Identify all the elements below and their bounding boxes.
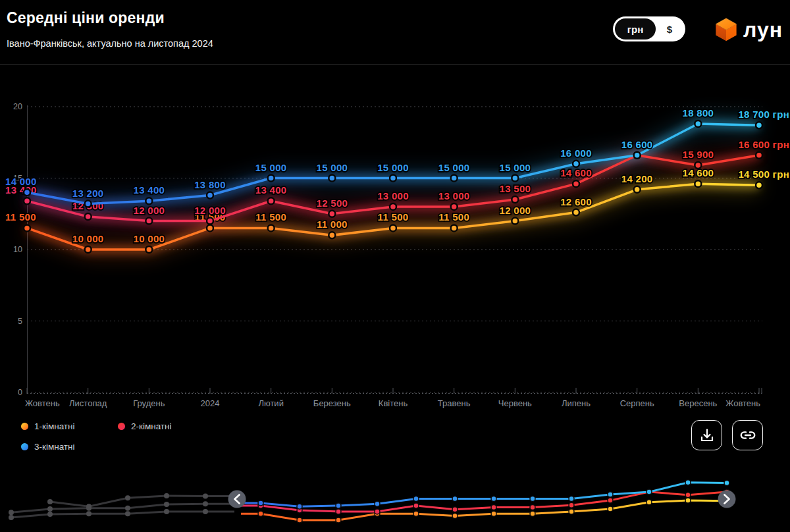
data-point[interactable] — [268, 225, 275, 231]
legend-item-2-room[interactable]: 2-кімнатні — [118, 421, 172, 431]
point-label: 12 600 — [560, 196, 592, 207]
minimap-gray-point — [47, 499, 53, 504]
data-point[interactable] — [512, 218, 518, 225]
minimap-gray-line — [11, 512, 234, 518]
point-label: 12 000 — [194, 205, 226, 216]
minimap-gray-point — [164, 502, 169, 507]
minimap-gray-point — [203, 501, 208, 506]
minimap-handle-left[interactable] — [228, 491, 246, 508]
x-tick-label: Вересень — [679, 398, 717, 408]
minimap-point — [297, 518, 302, 523]
legend-label-1-room: 1-кімнатні — [34, 421, 75, 431]
data-point[interactable] — [145, 198, 152, 204]
minimap-point — [724, 480, 729, 485]
point-label: 14 200 — [621, 173, 653, 184]
y-tick-label: 20 — [13, 102, 22, 111]
copy-link-button[interactable] — [732, 420, 763, 450]
data-point[interactable] — [268, 175, 275, 182]
data-point[interactable] — [756, 182, 762, 188]
data-point[interactable] — [695, 162, 701, 169]
x-tick-label: Липень — [562, 398, 591, 408]
data-point[interactable] — [573, 161, 579, 167]
data-point[interactable] — [451, 175, 458, 182]
point-label: 12 500 — [316, 198, 348, 209]
data-point[interactable] — [695, 180, 701, 187]
data-point[interactable] — [145, 218, 152, 225]
data-point[interactable] — [451, 225, 458, 231]
minimap-point — [375, 501, 380, 506]
minimap-gray-point — [9, 510, 14, 515]
data-point[interactable] — [207, 218, 213, 225]
minimap-point — [297, 504, 302, 509]
data-point[interactable] — [329, 211, 335, 217]
legend-dot-3-room — [21, 443, 28, 450]
point-label: 15 000 — [255, 162, 287, 173]
data-point[interactable] — [390, 203, 396, 210]
data-point[interactable] — [145, 246, 152, 253]
minimap-point — [491, 505, 496, 510]
minimap-point — [258, 511, 263, 516]
minimap-point — [569, 496, 574, 502]
data-point[interactable] — [756, 122, 762, 128]
minimap-point — [413, 511, 419, 516]
point-label: 16 000 — [560, 147, 592, 159]
y-tick-label: 5 — [18, 317, 22, 326]
point-label: 15 000 — [377, 162, 409, 173]
legend-item-3-room[interactable]: 3-кімнатні — [21, 442, 75, 452]
x-tick-label: 2024 — [201, 398, 220, 408]
point-label: 11 000 — [317, 219, 348, 230]
minimap-gray-point — [47, 506, 53, 512]
data-point[interactable] — [573, 180, 579, 187]
minimap-point — [258, 500, 263, 506]
minimap-point — [685, 492, 691, 498]
data-point[interactable] — [573, 209, 579, 216]
data-point[interactable] — [85, 201, 92, 207]
minimap-point — [530, 511, 535, 516]
data-point[interactable] — [634, 186, 641, 193]
point-label: 13 800 — [194, 179, 226, 190]
minimap-gray-point — [86, 504, 92, 509]
data-point[interactable] — [24, 189, 30, 196]
data-point[interactable] — [85, 246, 92, 253]
minimap-point — [530, 505, 535, 510]
minimap-point — [685, 480, 691, 485]
data-point[interactable] — [695, 120, 701, 127]
data-point[interactable] — [512, 175, 518, 182]
minimap-point — [413, 503, 419, 508]
data-point[interactable] — [390, 225, 396, 231]
data-point[interactable] — [268, 198, 275, 204]
data-point[interactable] — [512, 196, 518, 203]
point-label: 14 000 — [5, 176, 37, 187]
data-point[interactable] — [207, 225, 213, 231]
minimap-point — [336, 503, 341, 508]
minimap-point — [569, 502, 574, 508]
minimap-handle-right[interactable] — [718, 491, 736, 508]
data-point[interactable] — [24, 225, 30, 231]
x-tick-label: Жовтень — [725, 398, 760, 408]
data-point[interactable] — [634, 152, 641, 159]
data-point[interactable] — [207, 192, 213, 199]
point-label: 11 500 — [438, 211, 469, 223]
x-tick-label: Лютий — [258, 398, 283, 408]
minimap-point — [608, 498, 613, 503]
minimap-point — [413, 496, 419, 502]
point-label: 12 000 — [499, 205, 531, 216]
link-icon — [739, 427, 756, 444]
point-label: 14 500 грн — [738, 169, 789, 180]
legend-item-1-room[interactable]: 1-кімнатні — [21, 421, 75, 431]
minimap-gray-point — [164, 509, 169, 514]
x-tick-label: Червень — [498, 398, 532, 408]
data-point[interactable] — [756, 152, 762, 159]
data-point[interactable] — [451, 203, 458, 210]
x-tick-label: Серпень — [620, 398, 654, 408]
download-button[interactable] — [691, 420, 722, 450]
data-point[interactable] — [329, 232, 335, 238]
data-point[interactable] — [85, 213, 92, 220]
minimap-point — [336, 509, 341, 514]
point-label: 16 600 — [621, 139, 653, 150]
data-point[interactable] — [24, 198, 30, 204]
x-tick-label: Грудень — [133, 398, 165, 408]
point-label: 11 500 — [255, 211, 286, 223]
data-point[interactable] — [390, 175, 396, 182]
data-point[interactable] — [329, 175, 335, 182]
